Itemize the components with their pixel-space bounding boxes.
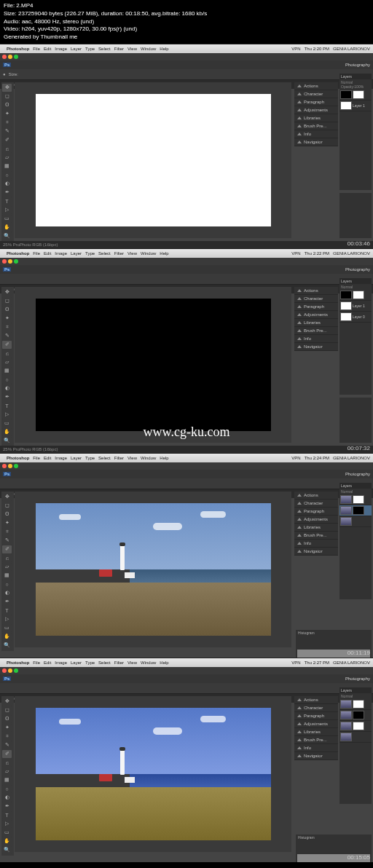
hand-tool[interactable]: ✋ — [2, 224, 12, 232]
layer-row[interactable] — [339, 721, 372, 732]
mac-menu[interactable]: Type — [85, 456, 95, 460]
hand-tool[interactable]: ✋ — [2, 428, 12, 436]
panel-item[interactable]: Navigator — [294, 752, 338, 760]
workspace-label[interactable]: Photography — [345, 267, 370, 272]
layer-row[interactable]: Layer 1 — [339, 301, 372, 312]
lasso-tool[interactable]: ʘ — [2, 510, 12, 518]
mac-menu[interactable]: Edit — [44, 47, 51, 51]
pen-tool[interactable]: ✒ — [2, 598, 12, 606]
canvas-area[interactable] — [15, 287, 291, 443]
mac-menu[interactable]: Filter — [114, 660, 124, 665]
panel-item[interactable]: Adjustments — [294, 516, 338, 524]
panel-item[interactable]: Paragraph — [294, 712, 338, 720]
zoom-tool[interactable]: 🔍 — [2, 642, 12, 650]
zoom-tool[interactable]: 🔍 — [2, 846, 12, 854]
gradient-tool[interactable]: ▦ — [2, 367, 12, 375]
close-dot[interactable] — [2, 464, 7, 468]
panel-item[interactable]: Libraries — [294, 319, 338, 327]
mac-menu[interactable]: Type — [85, 47, 95, 51]
panel-item[interactable]: Libraries — [294, 728, 338, 736]
mac-menu[interactable]: Layer — [71, 456, 82, 460]
move-tool[interactable]: ✥ — [2, 698, 12, 706]
blur-tool[interactable]: ○ — [2, 171, 12, 179]
mac-menu[interactable]: Help — [160, 47, 168, 51]
gradient-tool[interactable]: ▦ — [2, 162, 12, 170]
canvas-black[interactable] — [36, 299, 271, 431]
minimize-dot[interactable] — [8, 668, 12, 673]
mac-menu[interactable]: Edit — [44, 251, 51, 256]
layer-row[interactable] — [339, 699, 372, 710]
minimize-dot[interactable] — [8, 464, 12, 468]
panel-item[interactable]: Navigator — [294, 343, 338, 351]
panel-item[interactable]: Navigator — [294, 138, 338, 146]
zoom-tool[interactable]: 🔍 — [2, 437, 12, 445]
mac-menu[interactable]: Select — [98, 660, 111, 665]
move-tool[interactable]: ✥ — [2, 84, 12, 92]
panel-item[interactable]: Info — [294, 130, 338, 138]
shape-tool[interactable]: ▭ — [2, 215, 12, 223]
opacity-value[interactable]: 100% — [354, 84, 364, 89]
layer-row[interactable] — [339, 732, 372, 743]
mac-menu[interactable]: Filter — [114, 47, 124, 51]
path-tool[interactable]: ▷ — [2, 615, 12, 623]
app-name[interactable]: Photoshop — [7, 251, 29, 256]
mac-menu[interactable]: File — [33, 47, 40, 51]
mac-menu[interactable]: Help — [160, 456, 168, 460]
mac-menu[interactable]: Edit — [44, 660, 51, 665]
zoom-level[interactable]: 25% — [3, 242, 12, 247]
tool-preset[interactable]: ● — [3, 72, 6, 76]
zoom-level[interactable]: 25% — [3, 447, 12, 451]
panel-item[interactable]: Libraries — [294, 114, 338, 122]
mac-menu[interactable]: Edit — [44, 456, 51, 460]
panel-item[interactable]: Actions — [294, 287, 338, 295]
brush-tool[interactable]: ✐ — [2, 545, 12, 553]
eraser-tool[interactable]: ▱ — [2, 358, 12, 366]
path-tool[interactable]: ▷ — [2, 820, 12, 828]
blur-tool[interactable]: ○ — [2, 785, 12, 793]
layer-row[interactable] — [339, 90, 372, 100]
panel-item[interactable]: Navigator — [294, 548, 338, 556]
mac-menu[interactable]: Filter — [114, 456, 124, 460]
lighthouse-photo-saturated[interactable] — [36, 708, 271, 840]
mac-menu[interactable]: Select — [98, 251, 111, 256]
lasso-tool[interactable]: ʘ — [2, 101, 12, 109]
maximize-dot[interactable] — [14, 259, 18, 264]
brush-tool[interactable]: ✐ — [2, 136, 12, 144]
zoom-tool[interactable]: 🔍 — [2, 232, 12, 240]
maximize-dot[interactable] — [14, 668, 18, 673]
eyedropper-tool[interactable]: ✎ — [2, 332, 12, 340]
brush-tool[interactable]: ✐ — [2, 750, 12, 758]
wand-tool[interactable]: ✦ — [2, 724, 12, 732]
crop-tool[interactable]: ⌗ — [2, 323, 12, 331]
opt-size[interactable]: Size: — [9, 72, 18, 76]
mac-menu[interactable]: Filter — [114, 251, 124, 256]
crop-tool[interactable]: ⌗ — [2, 528, 12, 536]
layer-row[interactable]: Layer 1 — [339, 100, 372, 111]
layers-tab[interactable]: Layers — [339, 278, 372, 284]
workspace-label[interactable]: Photography — [345, 63, 370, 67]
shape-tool[interactable]: ▭ — [2, 624, 12, 632]
lasso-tool[interactable]: ʘ — [2, 715, 12, 723]
lighthouse-photo[interactable] — [36, 503, 271, 636]
close-dot[interactable] — [2, 55, 7, 59]
mac-menu[interactable]: Image — [55, 251, 67, 256]
eraser-tool[interactable]: ▱ — [2, 154, 12, 162]
mac-menu[interactable]: Type — [85, 660, 95, 665]
text-tool[interactable]: T — [2, 197, 12, 205]
hand-tool[interactable]: ✋ — [2, 633, 12, 641]
mac-menu[interactable]: File — [33, 660, 40, 665]
mac-menu[interactable]: Image — [55, 660, 67, 665]
mac-menu[interactable]: Window — [141, 47, 156, 51]
panel-item[interactable]: Brush Pre... — [294, 736, 338, 744]
layer-row[interactable] — [339, 710, 372, 721]
dodge-tool[interactable]: ◐ — [2, 794, 12, 802]
dodge-tool[interactable]: ◐ — [2, 180, 12, 188]
move-tool[interactable]: ✥ — [2, 493, 12, 501]
layer-row[interactable] — [339, 516, 372, 527]
app-name[interactable]: Photoshop — [7, 456, 29, 460]
canvas-area[interactable] — [15, 696, 291, 852]
mac-menu[interactable]: Image — [55, 47, 67, 51]
blur-tool[interactable]: ○ — [2, 580, 12, 588]
mac-menu[interactable]: View — [127, 47, 137, 51]
pen-tool[interactable]: ✒ — [2, 393, 12, 401]
